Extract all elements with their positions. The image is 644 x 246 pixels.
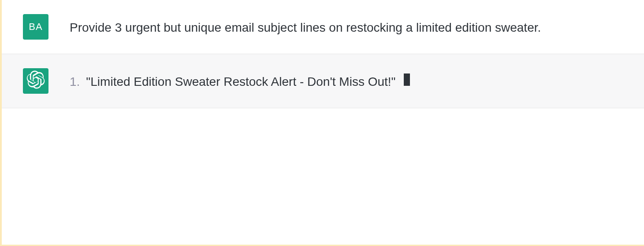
typing-cursor-icon [404, 73, 410, 86]
assistant-message-row: 1. "Limited Edition Sweater Restock Aler… [2, 54, 644, 108]
list-item-text: "Limited Edition Sweater Restock Alert -… [86, 73, 395, 91]
list-item: 1. "Limited Edition Sweater Restock Aler… [70, 73, 644, 91]
assistant-message-content: 1. "Limited Edition Sweater Restock Aler… [70, 68, 644, 91]
user-message-row: BA Provide 3 urgent but unique email sub… [2, 0, 644, 54]
list-item-number: 1. [70, 73, 80, 91]
user-avatar-initials: BA [29, 21, 42, 33]
assistant-avatar [23, 68, 48, 94]
openai-logo-icon [26, 70, 45, 92]
user-avatar: BA [23, 14, 48, 40]
user-message-text: Provide 3 urgent but unique email subjec… [70, 14, 644, 37]
